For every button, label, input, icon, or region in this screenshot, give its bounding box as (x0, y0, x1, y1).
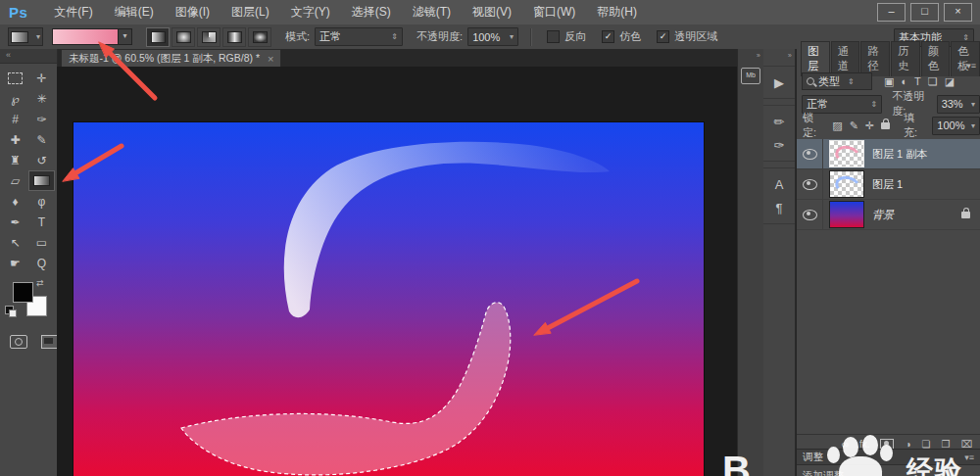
menu-select[interactable]: 选择(S) (341, 0, 402, 24)
healing-brush-tool[interactable]: ✚ (2, 129, 28, 150)
filter-group-icon[interactable]: ❏ (928, 75, 938, 88)
pen-tool[interactable]: ✒ (2, 212, 28, 232)
lock-all-icon[interactable] (881, 122, 890, 129)
transparency-checkbox[interactable]: ✓ (657, 30, 669, 43)
tab-channels[interactable]: 通道 (831, 41, 860, 76)
gradient-tool[interactable] (28, 170, 55, 191)
eyedropper-tool[interactable]: ✑ (28, 109, 55, 129)
shape-tool[interactable]: ▭ (28, 232, 55, 253)
radial-gradient-button[interactable] (172, 27, 195, 47)
quick-mask-button[interactable] (10, 335, 27, 349)
layer-name[interactable]: 图层 1 副本 (872, 147, 927, 162)
link-layers-button[interactable]: ∞ (842, 439, 849, 450)
tab-paths[interactable]: 路径 (860, 41, 890, 76)
layer-row-1[interactable]: 图层 1 (797, 169, 980, 200)
paragraph-panel-icon[interactable]: ¶ (763, 196, 795, 219)
layer-style-button[interactable]: fx. (859, 439, 870, 450)
clone-source-panel-icon[interactable]: ✑ (763, 133, 795, 157)
swap-colors-icon[interactable]: ⇄ (36, 278, 44, 288)
panel-menu-icon[interactable]: ▾≡ (966, 61, 976, 71)
dither-checkbox[interactable]: ✓ (602, 30, 614, 43)
expand-dock-icon[interactable]: ›› (738, 49, 763, 60)
close-button[interactable]: × (944, 3, 972, 22)
menu-image[interactable]: 图像(I) (165, 0, 220, 24)
menu-edit[interactable]: 编辑(E) (104, 0, 165, 24)
brush-tool[interactable]: ✎ (28, 129, 55, 150)
tab-history[interactable]: 历史 (891, 41, 920, 76)
gradient-preview-bar[interactable] (53, 29, 118, 44)
expand-dock-icon[interactable]: ›› (763, 49, 795, 60)
filter-type-icon[interactable]: T (914, 75, 921, 88)
tab-color[interactable]: 颜色 (921, 41, 951, 76)
type-tool[interactable]: T (28, 212, 55, 232)
menu-type[interactable]: 文字(Y) (280, 0, 341, 24)
transparency-label[interactable]: 透明区域 (674, 29, 717, 44)
layer-thumbnail[interactable] (829, 170, 864, 198)
gradient-preview[interactable]: ▾ (52, 28, 132, 45)
menu-filter[interactable]: 滤镜(T) (402, 0, 462, 24)
history-brush-tool[interactable]: ↺ (28, 150, 55, 170)
menu-view[interactable]: 视图(V) (462, 0, 522, 24)
tab-close-icon[interactable]: × (268, 53, 273, 65)
rectangular-marquee-tool[interactable] (2, 68, 28, 88)
layer-row-background[interactable]: 背景 (797, 200, 980, 230)
menu-window[interactable]: 窗口(W) (522, 0, 586, 24)
move-tool[interactable]: ✛ (28, 68, 55, 88)
mode-dropdown[interactable]: 正常 ⇕ (315, 27, 403, 46)
actions-panel-icon[interactable]: ▶ (763, 71, 795, 94)
layer-opacity-dropdown[interactable]: 33% ▾ (937, 95, 980, 114)
lock-position-icon[interactable]: ✛ (865, 119, 874, 132)
maximize-button[interactable]: □ (910, 3, 939, 22)
menu-layer[interactable]: 图层(L) (220, 0, 280, 24)
dither-label[interactable]: 仿色 (619, 29, 641, 44)
filter-pixel-icon[interactable]: ▣ (884, 75, 894, 88)
filter-smart-icon[interactable]: ◪ (945, 75, 955, 88)
visibility-toggle[interactable] (797, 139, 823, 168)
visibility-toggle[interactable] (797, 169, 823, 199)
reverse-checkbox[interactable]: ✓ (547, 30, 560, 43)
filter-adjustment-icon[interactable]: ◐ (901, 75, 907, 88)
dodge-tool[interactable]: φ (28, 191, 55, 212)
canvas[interactable] (74, 122, 704, 476)
adjustment-layer-button[interactable]: ◑ (905, 439, 910, 450)
layer-name[interactable]: 图层 1 (872, 177, 903, 192)
minimize-button[interactable]: – (877, 3, 906, 22)
add-mask-button[interactable] (880, 439, 894, 450)
menu-file[interactable]: 文件(F) (43, 0, 103, 24)
lock-pixels-icon[interactable]: ✎ (850, 119, 858, 132)
document-tab[interactable]: 未标题-1 @ 60.5% (图层 1 副本, RGB/8) * × (61, 49, 281, 68)
toolbar-collapse-icon[interactable]: ‹‹ (0, 49, 57, 64)
character-panel-icon[interactable]: A (763, 172, 795, 196)
blur-tool[interactable]: ♦ (2, 191, 28, 212)
tab-swatches[interactable]: 色板 (951, 41, 980, 76)
layer-row-copy[interactable]: 图层 1 副本 (797, 139, 980, 169)
mini-bridge-icon[interactable]: Mb (741, 68, 760, 84)
zoom-tool[interactable]: Q (28, 253, 55, 273)
crop-tool[interactable]: # (2, 109, 28, 129)
brush-panel-icon[interactable]: ✏ (763, 110, 795, 133)
new-layer-button[interactable]: ❐ (942, 439, 951, 450)
hand-tool[interactable]: ☛ (2, 253, 28, 273)
gradient-picker-arrow[interactable]: ▾ (118, 29, 131, 44)
path-selection-tool[interactable]: ↖ (2, 232, 28, 253)
tab-layers[interactable]: 图层 (801, 41, 830, 76)
linear-gradient-button[interactable] (146, 27, 170, 47)
layer-thumbnail[interactable] (829, 140, 864, 167)
visibility-toggle[interactable] (797, 200, 823, 229)
quick-selection-tool[interactable]: ✳ (28, 88, 55, 109)
lock-transparency-icon[interactable]: ▨ (832, 119, 842, 132)
layer-filter-dropdown[interactable]: 类型 ⇕ (802, 72, 872, 90)
new-group-button[interactable]: ❏ (922, 439, 931, 450)
layer-thumbnail[interactable] (829, 201, 864, 228)
opacity-dropdown[interactable]: 100% ▾ (467, 27, 518, 46)
lasso-tool[interactable]: ℘ (2, 88, 28, 109)
layer-name[interactable]: 背景 (872, 208, 894, 222)
fill-dropdown[interactable]: 100% ▾ (932, 117, 980, 135)
menu-help[interactable]: 帮助(H) (586, 0, 648, 24)
reverse-label[interactable]: 反向 (564, 29, 586, 44)
panel-menu-icon[interactable]: ▾≡ (964, 452, 974, 462)
diamond-gradient-button[interactable] (248, 27, 271, 47)
tool-preset-picker[interactable]: ▾ (8, 27, 43, 46)
reflected-gradient-button[interactable] (222, 27, 246, 47)
clone-stamp-tool[interactable]: ♜ (2, 150, 28, 170)
